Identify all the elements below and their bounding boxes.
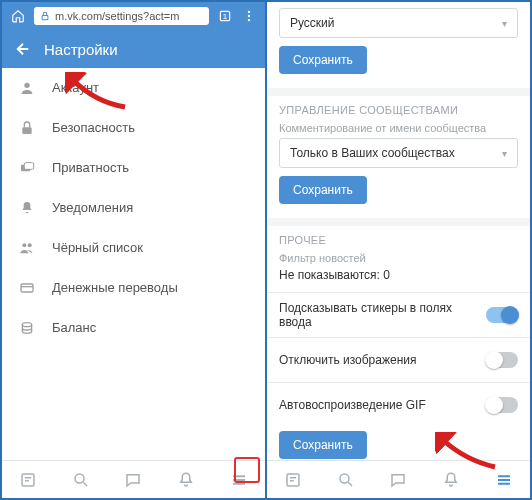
- sidebar-item-label: Безопасность: [52, 120, 135, 135]
- section-communities: УПРАВЛЕНИЕ СООБЩЕСТВАМИ: [279, 104, 518, 116]
- lock-icon: [18, 120, 36, 136]
- save-button[interactable]: Сохранить: [279, 46, 367, 74]
- bottom-nav: [267, 460, 530, 498]
- nav-search-icon[interactable]: [71, 470, 91, 490]
- more-icon[interactable]: [241, 8, 257, 24]
- nav-news-icon[interactable]: [283, 470, 303, 490]
- section-other: ПРОЧЕЕ: [279, 234, 518, 246]
- language-select[interactable]: Русский ▾: [279, 8, 518, 38]
- lock-icon: [40, 11, 50, 21]
- sidebar-item-balance[interactable]: Баланс: [2, 308, 265, 348]
- svg-point-3: [248, 15, 250, 17]
- sidebar-item-label: Чёрный список: [52, 240, 143, 255]
- chevron-down-icon: ▾: [502, 148, 507, 159]
- svg-rect-11: [21, 284, 33, 292]
- bell-icon: [18, 200, 36, 216]
- svg-point-16: [340, 474, 349, 483]
- svg-point-10: [28, 243, 32, 247]
- comment-select[interactable]: Только в Ваших сообществах ▾: [279, 138, 518, 168]
- card-icon: [18, 280, 36, 296]
- svg-point-14: [75, 474, 84, 483]
- address-bar[interactable]: m.vk.com/settings?act=m: [34, 7, 209, 25]
- nav-messages-icon[interactable]: [388, 470, 408, 490]
- home-icon[interactable]: [10, 8, 26, 24]
- nav-search-icon[interactable]: [336, 470, 356, 490]
- svg-rect-0: [42, 16, 48, 20]
- toggle-switch[interactable]: [486, 397, 518, 413]
- url-text: m.vk.com/settings?act=m: [55, 10, 179, 22]
- filter-label: Фильтр новостей: [279, 252, 518, 264]
- comment-label: Комментирование от имени сообщества: [279, 122, 518, 134]
- nav-news-icon[interactable]: [18, 470, 38, 490]
- chevron-down-icon: ▾: [502, 18, 507, 29]
- sidebar-item-label: Денежные переводы: [52, 280, 178, 295]
- sidebar-item-label: Приватность: [52, 160, 129, 175]
- privacy-icon: [18, 160, 36, 176]
- toggle-label: Отключить изображения: [279, 353, 486, 367]
- settings-list: Аккаунт Безопасность Приватность Уведомл…: [2, 68, 265, 460]
- language-value: Русский: [290, 16, 335, 30]
- toggle-label: Автовоспроизведение GIF: [279, 398, 486, 412]
- toggle-gif-row[interactable]: Автовоспроизведение GIF: [279, 387, 518, 423]
- bottom-nav: [2, 460, 265, 498]
- nav-menu-icon[interactable]: [494, 470, 514, 490]
- sidebar-item-notifications[interactable]: Уведомления: [2, 188, 265, 228]
- sidebar-item-payments[interactable]: Денежные переводы: [2, 268, 265, 308]
- nav-messages-icon[interactable]: [123, 470, 143, 490]
- save-button[interactable]: Сохранить: [279, 431, 367, 459]
- comment-value: Только в Ваших сообществах: [290, 146, 455, 160]
- sidebar-item-blacklist[interactable]: Чёрный список: [2, 228, 265, 268]
- back-icon[interactable]: [14, 40, 32, 58]
- page-title: Настройки: [44, 41, 118, 58]
- svg-rect-8: [24, 162, 33, 169]
- nav-notifications-icon[interactable]: [176, 470, 196, 490]
- svg-point-4: [248, 19, 250, 21]
- coins-icon: [18, 320, 36, 336]
- nav-menu-icon[interactable]: [229, 470, 249, 490]
- sidebar-item-security[interactable]: Безопасность: [2, 108, 265, 148]
- tabs-icon[interactable]: 1: [217, 8, 233, 24]
- toggle-stickers-row[interactable]: Подсказывать стикеры в полях ввода: [279, 297, 518, 333]
- svg-point-12: [22, 322, 31, 326]
- svg-point-9: [22, 243, 26, 247]
- svg-point-5: [24, 82, 29, 87]
- nav-notifications-icon[interactable]: [441, 470, 461, 490]
- blacklist-icon: [18, 240, 36, 256]
- sidebar-item-label: Аккаунт: [52, 80, 99, 95]
- save-button[interactable]: Сохранить: [279, 176, 367, 204]
- svg-rect-6: [22, 127, 31, 134]
- toggle-switch[interactable]: [486, 307, 518, 323]
- toggle-images-row[interactable]: Отключить изображения: [279, 342, 518, 378]
- user-icon: [18, 80, 36, 96]
- filter-value[interactable]: Не показываются: 0: [279, 268, 518, 282]
- sidebar-item-privacy[interactable]: Приватность: [2, 148, 265, 188]
- toggle-switch[interactable]: [486, 352, 518, 368]
- sidebar-item-label: Баланс: [52, 320, 96, 335]
- svg-point-2: [248, 11, 250, 13]
- sidebar-item-account[interactable]: Аккаунт: [2, 68, 265, 108]
- sidebar-item-label: Уведомления: [52, 200, 133, 215]
- toggle-label: Подсказывать стикеры в полях ввода: [279, 301, 486, 329]
